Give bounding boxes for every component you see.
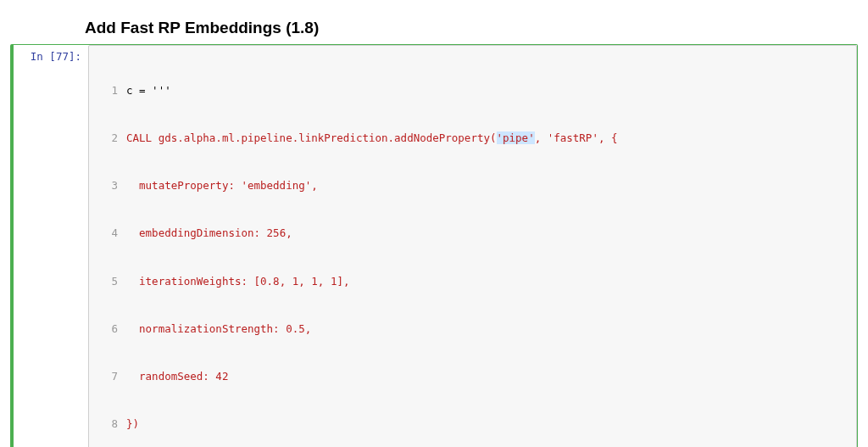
- line-number: 3: [96, 178, 126, 194]
- line-number: 8: [96, 416, 126, 433]
- code-area-77[interactable]: 1c = ''' 2CALL gds.alpha.ml.pipeline.lin…: [88, 45, 857, 447]
- line-number: 7: [96, 369, 126, 385]
- section-heading-1: Add Fast RP Embeddings (1.8): [85, 19, 858, 37]
- prompt-in-77: In [77]:: [14, 45, 88, 63]
- line-number: 2: [96, 131, 126, 147]
- line-number: 5: [96, 274, 126, 290]
- line-number: 1: [96, 83, 126, 99]
- selected-text: 'pipe': [497, 131, 535, 144]
- code-cell-77[interactable]: In [77]: 1c = ''' 2CALL gds.alpha.ml.pip…: [10, 44, 858, 447]
- line-number: 4: [96, 226, 126, 242]
- line-number: 6: [96, 321, 126, 338]
